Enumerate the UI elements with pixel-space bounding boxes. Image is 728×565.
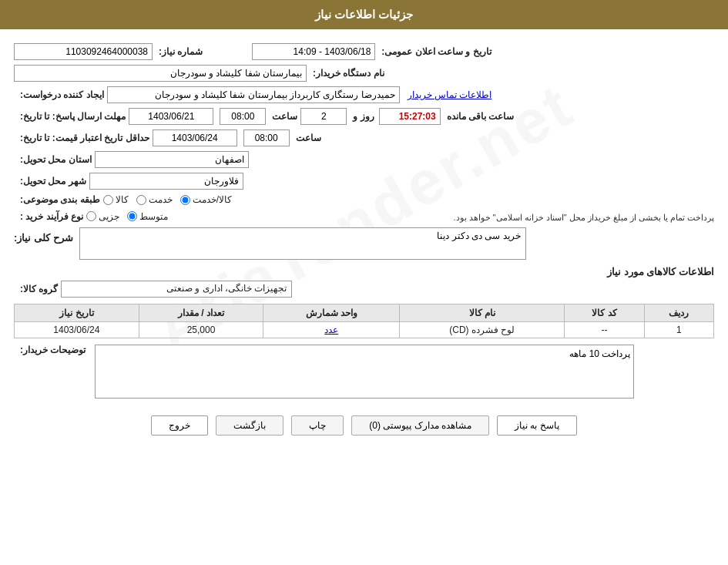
- input-استان[interactable]: [95, 151, 249, 168]
- label-گروه-کالا: گروه کالا:: [20, 284, 58, 294]
- td-تعداد-مقدار: 25,000: [139, 322, 263, 338]
- td-ردیف: 1: [644, 322, 713, 338]
- td-نام-کالا: لوح فشرده (CD): [400, 322, 565, 338]
- input-ایجاد-کننده[interactable]: [107, 86, 400, 103]
- btn-بازگشت[interactable]: بازگشت: [216, 415, 283, 436]
- radio-جزیی[interactable]: [86, 211, 96, 221]
- td-واحد-شمارش[interactable]: عدد: [263, 322, 400, 338]
- label-باقی-مانده: ساعت باقی مانده: [447, 111, 515, 122]
- th-تاریخ-نیاز: تاریخ نیاز: [15, 304, 139, 322]
- input-timer[interactable]: [379, 108, 441, 125]
- th-تعداد-مقدار: تعداد / مقدار: [139, 304, 263, 322]
- input-شماره-نیاز[interactable]: [14, 43, 153, 60]
- label-شهر: شهر محل تحویل:: [20, 176, 86, 187]
- label-توضیحات: توضیحات خریدار:: [20, 345, 86, 355]
- label-ساعت-1: ساعت: [272, 111, 297, 122]
- link-اطلاعات-تماس[interactable]: اطلاعات تماس خریدار: [408, 89, 492, 100]
- label-نوع-فرآیند: نوع فرآیند خرید :: [20, 211, 83, 222]
- textarea-توضیحات[interactable]: پرداخت 10 ماهه: [95, 345, 634, 399]
- th-کد-کالا: کد کالا: [565, 304, 645, 322]
- label-ایجاد-کننده: ایجاد کننده درخواست:: [20, 89, 104, 100]
- btn-پاسخ-به-نیاز[interactable]: پاسخ به نیاز: [497, 415, 577, 436]
- textarea-شرح-کلی[interactable]: خرید سی دی دکتر دینا: [79, 227, 526, 260]
- radio-خدمت[interactable]: [136, 195, 146, 205]
- group-value-گروه-کالا: تجهیزات خانگی، اداری و صنعتی: [61, 281, 292, 298]
- label-تاریخ: تاریخ و ساعت اعلان عمومی:: [381, 46, 491, 57]
- label-روز-و: روز و: [353, 111, 374, 122]
- label-شرح-کلی: شرح کلی نیاز:: [14, 232, 73, 244]
- label-ساعت-2: ساعت: [296, 133, 321, 143]
- label-طبقه-بندی: طبقه بندی موضوعی:: [20, 194, 100, 205]
- td-کد-کالا: --: [565, 322, 645, 338]
- page-header: جزئیات اطلاعات نیاز: [0, 0, 728, 29]
- radio-کالا-خدمت[interactable]: [180, 195, 190, 205]
- input-ساعت-حداقل[interactable]: [243, 129, 290, 146]
- label-شماره-نیاز: شماره نیاز:: [159, 46, 203, 57]
- input-شهر[interactable]: [89, 173, 243, 190]
- radio-group-نوع-فرآیند: متوسط جزیی: [86, 211, 168, 222]
- input-روز[interactable]: [300, 108, 347, 125]
- input-تاریخ-حداقل[interactable]: [153, 129, 237, 146]
- footer-buttons: پاسخ به نیاز مشاهده مدارک پیوستی (0) چاپ…: [0, 406, 728, 443]
- label-متوسط: متوسط: [139, 211, 168, 222]
- table-row: 1--لوح فشرده (CD)عدد25,0001403/06/24: [15, 322, 714, 338]
- label-کالا: کالا: [116, 194, 129, 205]
- radio-متوسط[interactable]: [127, 211, 137, 221]
- radio-group-طبقه-بندی: کالا/خدمت خدمت کالا: [103, 194, 232, 205]
- btn-خروج[interactable]: خروج: [151, 415, 208, 436]
- note-text: پرداخت تمام یا بخشی از مبلغ خریداز محل "…: [183, 213, 714, 223]
- td-تاریخ-نیاز: 1403/06/24: [15, 322, 139, 338]
- label-مهلت-ارسال: مهلت ارسال پاسخ: تا تاریخ:: [20, 111, 126, 122]
- radio-کالا[interactable]: [103, 195, 113, 205]
- label-استان: استان محل تحویل:: [20, 154, 92, 165]
- th-ردیف: ردیف: [644, 304, 713, 322]
- label-جزیی: جزیی: [99, 211, 119, 222]
- input-تاریخ-مهلت[interactable]: [129, 108, 213, 125]
- label-حداقل-تاریخ: حداقل تاریخ اعتبار قیمت: تا تاریخ:: [20, 133, 149, 143]
- btn-مشاهده-مدارک[interactable]: مشاهده مدارک پیوستی (0): [351, 415, 489, 436]
- label-خدمت: خدمت: [149, 194, 173, 205]
- th-واحد-شمارش: واحد شمارش: [263, 304, 400, 322]
- section-title-اطلاعات-کالا: اطلاعات کالاهای مورد نیاز: [14, 266, 714, 277]
- input-تاریخ[interactable]: [252, 43, 375, 60]
- input-ساعت-مهلت[interactable]: [220, 108, 266, 125]
- label-کالا-خدمت: کالا/خدمت: [193, 194, 232, 205]
- page-title: جزئیات اطلاعات نیاز: [315, 8, 413, 21]
- goods-table: ردیف کد کالا نام کالا واحد شمارش تعداد /…: [14, 304, 714, 338]
- th-نام-کالا: نام کالا: [400, 304, 565, 322]
- btn-چاپ[interactable]: چاپ: [291, 415, 344, 436]
- label-نام-دستگاه: نام دستگاه خریدار:: [313, 68, 384, 79]
- input-نام-دستگاه[interactable]: [14, 65, 307, 82]
